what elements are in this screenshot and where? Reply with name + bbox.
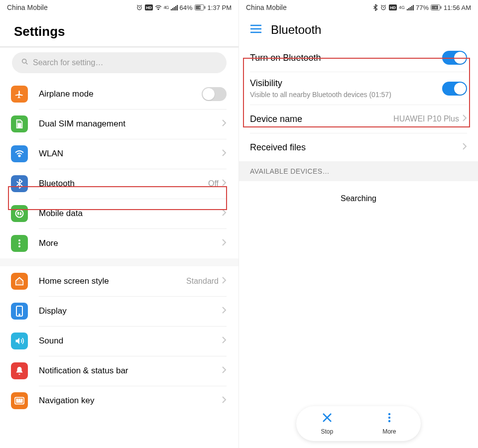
- svg-rect-5: [172, 8, 173, 10]
- chevron-right-icon: [222, 238, 227, 248]
- mobile-data-icon: [11, 205, 28, 222]
- bluetooth-status-icon: [373, 4, 378, 11]
- svg-rect-23: [16, 399, 18, 401]
- row-navigation-key[interactable]: Navigation key: [0, 386, 239, 416]
- section-gap: [0, 258, 239, 266]
- svg-text:HD: HD: [390, 5, 396, 10]
- nav-key-icon: [11, 392, 28, 409]
- status-bar: China Mobile HD 4G 77% +: [239, 0, 478, 15]
- row-value: Off: [208, 179, 219, 188]
- signal-icon: 4G: [399, 5, 405, 10]
- svg-rect-24: [19, 399, 20, 401]
- svg-point-41: [388, 420, 390, 422]
- row-bluetooth[interactable]: Bluetooth Off: [0, 169, 239, 199]
- svg-rect-34: [413, 5, 414, 10]
- row-sound[interactable]: Sound: [0, 326, 239, 356]
- row-label: More: [39, 238, 222, 248]
- svg-point-19: [18, 245, 20, 247]
- bell-icon: [11, 362, 28, 379]
- battery-percent: 64%: [180, 4, 193, 11]
- svg-rect-30: [407, 9, 408, 10]
- row-visibility[interactable]: Visibility Visible to all nearby Bluetoo…: [239, 72, 478, 105]
- svg-point-21: [19, 314, 20, 315]
- row-airplane-mode[interactable]: Airplane mode: [0, 79, 239, 109]
- row-value: HUAWEI P10 Plus: [393, 114, 459, 123]
- chevron-right-icon: [222, 306, 227, 316]
- bluetooth-toggle[interactable]: [442, 51, 467, 65]
- row-label: Navigation key: [39, 396, 222, 406]
- row-label: Display: [39, 306, 222, 316]
- menu-icon[interactable]: [250, 24, 262, 35]
- carrier-label: China Mobile: [7, 3, 48, 11]
- search-placeholder: Search for setting…: [33, 58, 103, 67]
- svg-point-18: [18, 242, 20, 244]
- search-input[interactable]: Search for setting…: [12, 52, 227, 73]
- wifi-icon: [155, 4, 162, 10]
- airplane-icon: [11, 86, 28, 103]
- alarm-icon: [136, 4, 143, 11]
- more-icon: [11, 235, 28, 252]
- svg-text:+: +: [199, 6, 201, 9]
- svg-rect-31: [408, 8, 409, 10]
- chevron-right-icon: [222, 149, 227, 159]
- more-button[interactable]: More: [382, 412, 396, 435]
- row-turn-on-bluetooth[interactable]: Turn on Bluetooth: [239, 44, 478, 72]
- visibility-toggle[interactable]: [442, 82, 467, 96]
- sim-icon: [11, 115, 28, 132]
- stop-button[interactable]: Stop: [321, 412, 333, 435]
- row-home-screen-style[interactable]: Home screen style Standard: [0, 266, 239, 296]
- row-display[interactable]: Display: [0, 296, 239, 326]
- row-label: Bluetooth: [39, 179, 208, 189]
- chevron-right-icon: [222, 276, 227, 286]
- chevron-right-icon: [222, 396, 227, 406]
- clock-label: 11:56 AM: [444, 4, 471, 11]
- carrier-label: China Mobile: [246, 3, 287, 11]
- svg-point-16: [16, 210, 23, 218]
- battery-icon: +: [431, 4, 442, 10]
- svg-point-3: [158, 9, 159, 10]
- page-title: Settings: [0, 15, 239, 46]
- row-mobile-data[interactable]: Mobile data: [0, 199, 239, 228]
- row-received-files[interactable]: Received files: [239, 133, 478, 161]
- chevron-right-icon: [462, 142, 467, 152]
- row-dual-sim[interactable]: Dual SIM management: [0, 109, 239, 139]
- row-label: Sound: [39, 336, 222, 346]
- row-label: Notification & status bar: [39, 366, 222, 376]
- settings-screen: China Mobile HD 4G 64% +: [0, 0, 239, 448]
- battery-percent: 77%: [416, 4, 429, 11]
- bluetooth-screen: China Mobile HD 4G 77% +: [239, 0, 478, 448]
- stop-label: Stop: [321, 428, 333, 435]
- searching-label: Searching: [239, 181, 478, 216]
- svg-point-15: [18, 155, 20, 156]
- svg-rect-25: [21, 399, 22, 401]
- row-wlan[interactable]: WLAN: [0, 139, 239, 169]
- chevron-right-icon: [222, 209, 227, 219]
- page-title: Bluetooth: [271, 23, 321, 37]
- clock-label: 1:37 PM: [208, 4, 232, 11]
- svg-text:HD: HD: [146, 5, 152, 10]
- close-icon: [322, 412, 333, 426]
- airplane-toggle[interactable]: [202, 87, 227, 101]
- svg-point-17: [18, 239, 20, 241]
- row-sublabel: Visible to all nearby Bluetooth devices …: [250, 91, 442, 99]
- svg-rect-33: [411, 6, 412, 10]
- signal-icon: 4G: [164, 5, 169, 10]
- svg-text:+: +: [435, 6, 437, 9]
- chevron-right-icon: [222, 336, 227, 346]
- row-label: Home screen style: [39, 276, 186, 286]
- row-more[interactable]: More: [0, 228, 239, 258]
- row-label: WLAN: [39, 149, 222, 159]
- bluetooth-icon: [11, 175, 28, 192]
- svg-rect-14: [18, 123, 20, 127]
- svg-rect-6: [174, 7, 175, 10]
- hd-icon: HD: [145, 4, 153, 10]
- chevron-right-icon: [222, 179, 227, 189]
- row-device-name[interactable]: Device name HUAWEI P10 Plus: [239, 105, 478, 133]
- status-bar: China Mobile HD 4G 64% +: [0, 0, 239, 15]
- svg-rect-36: [441, 6, 442, 9]
- available-devices-header: AVAILABLE DEVICES…: [239, 161, 478, 181]
- row-label: Airplane mode: [39, 89, 202, 99]
- chevron-right-icon: [222, 119, 227, 129]
- row-notification-status-bar[interactable]: Notification & status bar: [0, 356, 239, 386]
- alarm-icon: [380, 4, 387, 11]
